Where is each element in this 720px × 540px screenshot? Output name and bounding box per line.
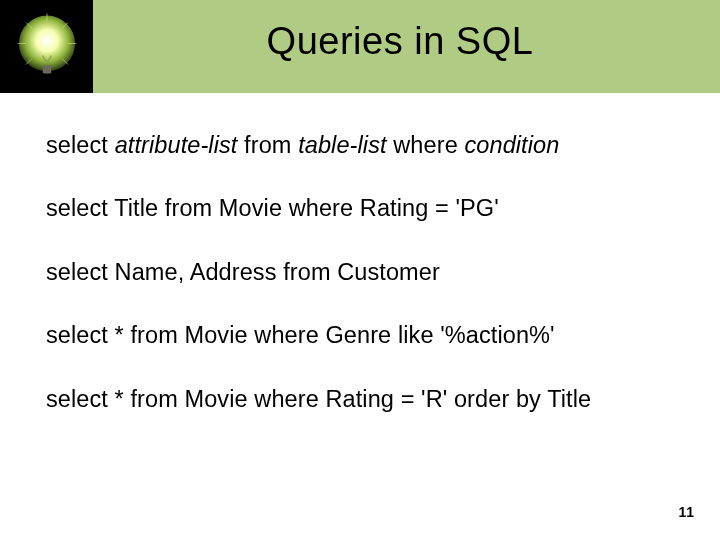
query-syntax-line: select attribute-list from table-list wh…	[46, 131, 674, 160]
text-plain: select	[46, 132, 115, 158]
query-example-line: select Name, Address from Customer	[46, 258, 674, 287]
query-example-line: select * from Movie where Genre like '%a…	[46, 321, 674, 350]
svg-rect-9	[42, 65, 50, 73]
text-plain: from	[237, 132, 298, 158]
text-plain: where	[387, 132, 465, 158]
text-italic: table-list	[298, 132, 387, 158]
slide: Queries in SQL select attribute-list fro…	[0, 0, 720, 540]
page-number: 11	[678, 504, 694, 520]
text-italic: condition	[464, 132, 559, 158]
query-example-line: select Title from Movie where Rating = '…	[46, 194, 674, 223]
text-italic: attribute-list	[115, 132, 238, 158]
slide-header: Queries in SQL	[0, 0, 720, 93]
query-example-line: select * from Movie where Rating = 'R' o…	[46, 385, 674, 414]
slide-content: select attribute-list from table-list wh…	[0, 93, 720, 414]
lightbulb-icon	[0, 0, 93, 93]
slide-title: Queries in SQL	[100, 20, 700, 63]
